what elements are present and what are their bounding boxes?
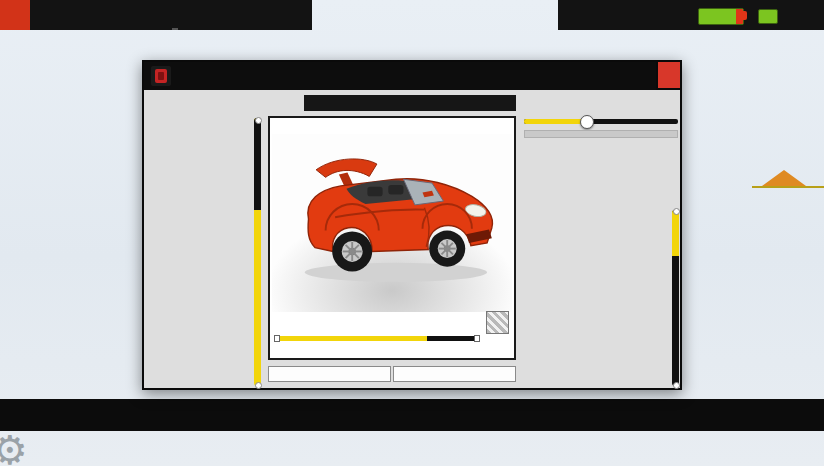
power-meter-red-segment xyxy=(736,9,743,24)
scroll-cap-bottom[interactable] xyxy=(255,382,262,389)
close-icon[interactable] xyxy=(656,60,682,90)
background-gear-icon: ⚙ xyxy=(0,430,28,466)
scroll-cap-top[interactable] xyxy=(255,117,262,124)
features-scrollbar[interactable] xyxy=(672,210,679,386)
factory-wall-band xyxy=(0,399,824,431)
power-meter-cap xyxy=(743,11,747,20)
toolbar-right xyxy=(558,0,824,30)
features-scroll-cap-bottom[interactable] xyxy=(673,382,680,389)
palette-scrollbar-track xyxy=(427,336,477,341)
dialog-positech-icon xyxy=(151,66,171,86)
car-preview-panel xyxy=(268,116,516,360)
cash-icon xyxy=(758,9,778,24)
game-screen: { "topbar": { "logo_glyph": "↻", "icons"… xyxy=(0,0,824,466)
app-logo[interactable] xyxy=(0,0,30,30)
sale-price-slider-fill xyxy=(524,119,586,124)
create-similar-model-button[interactable] xyxy=(268,366,391,382)
car-render-stage xyxy=(272,134,512,312)
toolbar-left xyxy=(0,0,312,30)
showroom-stats-row xyxy=(270,118,514,133)
palette-scroll-left-handle[interactable] xyxy=(274,335,280,342)
palette-scroll-right-handle[interactable] xyxy=(474,335,480,342)
features-list xyxy=(524,208,670,388)
insufficient-resources-tag[interactable] xyxy=(752,186,824,188)
archive-this-model-button[interactable] xyxy=(393,366,516,382)
sale-price-slider-knob[interactable] xyxy=(580,115,594,129)
features-scroll-cap-top[interactable] xyxy=(673,208,680,215)
car-designs-dialog xyxy=(142,60,682,390)
car-image[interactable] xyxy=(280,136,508,308)
model-list-scroll-thumb[interactable] xyxy=(254,118,261,210)
sale-price-slider[interactable] xyxy=(524,119,678,124)
model-name-input[interactable] xyxy=(304,95,516,111)
pattern-swatch[interactable] xyxy=(486,311,509,334)
power-meter xyxy=(698,8,744,25)
palette-scrollbar[interactable] xyxy=(277,336,477,341)
roof-decoration xyxy=(762,170,806,186)
dialog-titlebar[interactable] xyxy=(144,62,680,90)
cost-breakdown-box xyxy=(524,130,678,138)
model-list-scrollbar[interactable] xyxy=(254,118,261,386)
features-scroll-thumb[interactable] xyxy=(672,210,679,256)
car-sales-count-badge xyxy=(172,28,178,30)
